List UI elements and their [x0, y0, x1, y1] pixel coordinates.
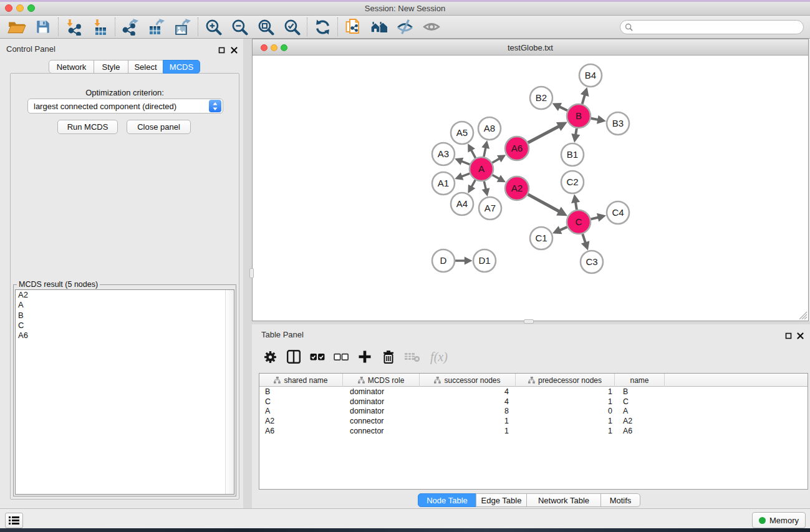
mcds-result-item[interactable]: A2	[16, 290, 234, 300]
add-row-button[interactable]	[353, 346, 377, 367]
table-cell[interactable]: B	[615, 387, 665, 396]
search-field[interactable]	[620, 20, 804, 34]
unselect-all-rows-button[interactable]	[329, 346, 353, 367]
close-panel-button[interactable]: Close panel	[127, 120, 191, 134]
graph-node-C[interactable]: C	[567, 210, 591, 234]
table-tab-network-table[interactable]: Network Table	[526, 493, 601, 507]
column-header-predecessor-nodes[interactable]: predecessor nodes	[516, 374, 615, 387]
table-cell[interactable]: A	[259, 407, 343, 415]
refresh-view-button[interactable]	[309, 17, 335, 37]
table-cell[interactable]: 1	[420, 427, 516, 435]
network-canvas[interactable]: B4B2BB3A8A5A6A3B1AA1C2A2A4A7C4CC1C3DD1	[253, 56, 808, 321]
graph-node-A3[interactable]: A3	[432, 143, 455, 165]
export-image-button[interactable]	[170, 17, 196, 37]
table-row[interactable]: A6connector11A6	[259, 426, 808, 436]
zoom-out-button[interactable]	[226, 17, 253, 37]
tab-style[interactable]: Style	[94, 60, 128, 74]
table-cell[interactable]: 4	[420, 387, 516, 396]
table-cell[interactable]: A2	[259, 417, 343, 425]
graph-edge[interactable]	[528, 195, 560, 212]
hide-graphics-details-button[interactable]	[418, 17, 445, 37]
table-row[interactable]: Cdominator41C	[259, 397, 808, 407]
table-cell[interactable]: A	[615, 407, 665, 415]
graph-node-A[interactable]: A	[470, 157, 493, 181]
table-settings-button[interactable]	[258, 346, 282, 367]
graph-node-C2[interactable]: C2	[561, 171, 584, 193]
table-cell[interactable]: A6	[615, 427, 665, 435]
mcds-result-item[interactable]: A6	[16, 331, 234, 341]
table-cell[interactable]: 1	[516, 427, 615, 435]
import-network-button[interactable]	[60, 17, 87, 37]
graph-edge[interactable]	[484, 147, 486, 157]
table-cell[interactable]: 1	[420, 417, 516, 425]
open-session-button[interactable]	[4, 17, 30, 37]
function-builder-button[interactable]: f(x)	[424, 346, 454, 367]
column-header-shared-name[interactable]: shared name	[259, 374, 343, 387]
mcds-result-list[interactable]: A2ABCA6	[15, 289, 234, 495]
graph-edge[interactable]	[484, 181, 486, 190]
close-panel-icon[interactable]	[231, 45, 238, 56]
graph-node-C4[interactable]: C4	[607, 201, 629, 224]
memory-button[interactable]: Memory	[752, 512, 806, 528]
delete-row-button[interactable]	[377, 346, 400, 367]
export-table-button[interactable]	[143, 17, 170, 37]
zoom-selected-button[interactable]	[279, 17, 305, 37]
save-session-button[interactable]	[30, 17, 56, 37]
table-cell[interactable]: connector	[343, 417, 420, 425]
table-cell[interactable]: 8	[420, 407, 516, 415]
table-row[interactable]: Adominator80A	[259, 406, 808, 416]
column-header-name[interactable]: name	[615, 374, 665, 387]
select-all-rows-button[interactable]	[306, 346, 329, 367]
graph-node-A1[interactable]: A1	[432, 172, 455, 195]
zoom-in-button[interactable]	[200, 17, 226, 37]
table-cell[interactable]: 4	[420, 397, 516, 406]
table-cell[interactable]: dominator	[343, 387, 420, 396]
table-tab-edge-table[interactable]: Edge Table	[476, 493, 527, 507]
table-row[interactable]: Bdominator41B	[259, 387, 808, 397]
table-cell[interactable]: 1	[516, 387, 615, 396]
table-float-icon[interactable]	[785, 331, 792, 342]
zoom-fit-button[interactable]	[253, 17, 279, 37]
graph-node-B2[interactable]: B2	[530, 87, 552, 109]
graph-edge[interactable]	[528, 126, 560, 143]
hide-panel-grip-west[interactable]	[249, 268, 254, 278]
column-header-successor-nodes[interactable]: successor nodes	[420, 374, 516, 387]
table-row[interactable]: A2connector11A2	[259, 416, 808, 426]
export-network-button[interactable]	[117, 17, 143, 37]
tab-network[interactable]: Network	[49, 60, 94, 74]
table-cell[interactable]: A2	[615, 417, 665, 425]
mcds-result-item[interactable]: C	[16, 321, 234, 331]
graph-node-B4[interactable]: B4	[579, 64, 602, 87]
table-tab-motifs[interactable]: Motifs	[600, 493, 640, 507]
table-cell[interactable]: A6	[259, 427, 343, 435]
table-cell[interactable]: C	[615, 397, 665, 406]
table-cell[interactable]: 1	[516, 397, 615, 406]
graph-edge[interactable]	[493, 175, 500, 180]
show-columns-button[interactable]	[282, 346, 306, 367]
graph-node-B3[interactable]: B3	[607, 112, 629, 135]
table-cell[interactable]: dominator	[343, 397, 420, 406]
table-cell[interactable]: connector	[343, 427, 420, 435]
graph-edge[interactable]	[559, 107, 567, 111]
mcds-result-item[interactable]: B	[16, 311, 234, 321]
graph-node-A7[interactable]: A7	[479, 197, 501, 220]
table-cell[interactable]: 1	[516, 417, 615, 425]
table-tab-node-table[interactable]: Node Table	[418, 493, 476, 507]
window-resize-grip[interactable]	[798, 311, 808, 320]
graph-edge[interactable]	[492, 158, 500, 163]
graph-node-A5[interactable]: A5	[451, 122, 473, 144]
table-close-icon[interactable]	[797, 331, 804, 342]
import-table-button[interactable]	[87, 17, 113, 37]
graph-node-D1[interactable]: D1	[473, 249, 496, 272]
float-panel-icon[interactable]	[218, 45, 225, 56]
graph-edge[interactable]	[591, 217, 599, 219]
tab-mcds[interactable]: MCDS	[163, 60, 200, 74]
run-mcds-button[interactable]: Run MCDS	[57, 120, 118, 134]
home-button[interactable]	[366, 17, 392, 37]
graph-node-C3[interactable]: C3	[581, 251, 603, 273]
graph-node-C1[interactable]: C1	[530, 227, 552, 249]
table-cell[interactable]: dominator	[343, 407, 420, 415]
table-cell[interactable]: C	[259, 397, 343, 406]
delete-table-button[interactable]	[400, 346, 424, 367]
mcds-result-item[interactable]: A	[16, 300, 234, 310]
